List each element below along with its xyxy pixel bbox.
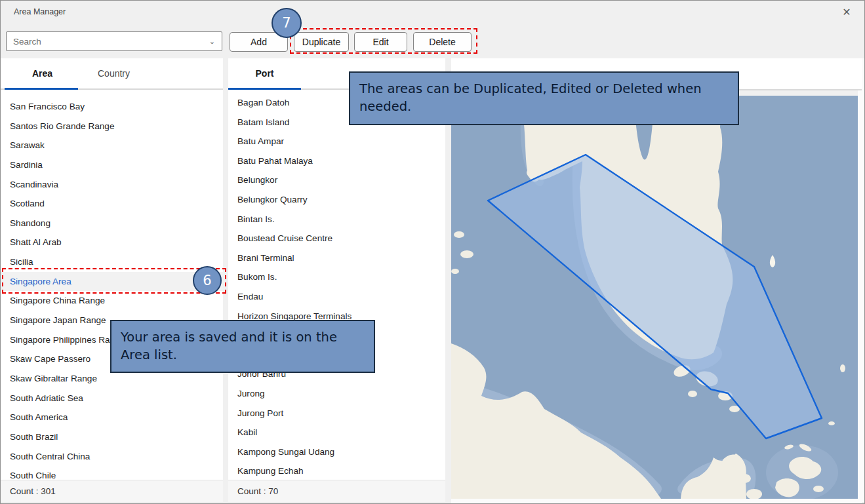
duplicate-button[interactable]: Duplicate (294, 32, 349, 52)
tab-port[interactable]: Port (228, 58, 301, 88)
area-list-item[interactable]: Sardinia (1, 155, 223, 175)
search-input[interactable] (13, 33, 203, 50)
tooltip-actions: The areas can be Duplicated, Edited or D… (349, 71, 739, 125)
port-list-item[interactable]: Belungkor (228, 170, 445, 190)
port-list-item[interactable]: Kabil (228, 423, 445, 442)
step-badge-7: 7 (272, 8, 302, 38)
chevron-down-icon[interactable]: ⌄ (209, 37, 215, 46)
area-list-item[interactable]: Singapore Area (1, 272, 223, 292)
port-list-item[interactable]: Boustead Cruise Centre (228, 229, 445, 248)
tab-country[interactable]: Country (84, 58, 144, 88)
map-svg (451, 96, 858, 499)
port-list-item[interactable]: Jurong (228, 384, 445, 404)
tab-area[interactable]: Area (1, 58, 84, 88)
port-list: Bagan DatohBatam IslandBatu AmparBatu Pa… (228, 90, 445, 480)
area-list-item[interactable]: Scandinavia (1, 175, 223, 195)
area-list-item[interactable]: Shandong (1, 214, 223, 233)
area-list-item[interactable]: Sicilia (1, 252, 223, 272)
port-list-item[interactable]: Brani Terminal (228, 248, 445, 268)
area-list-item[interactable]: Singapore China Range (1, 291, 223, 311)
search-combobox[interactable]: ⌄ (6, 31, 222, 51)
port-list-item[interactable]: Bintan Is. (228, 210, 445, 229)
window-title: Area Manager (14, 7, 66, 16)
area-list-item[interactable]: Scotland (1, 194, 223, 214)
port-list-item[interactable]: Jurong Port (228, 404, 445, 423)
area-list: San Francisco BaySantos Rio Grande Range… (1, 90, 223, 480)
area-list-item[interactable]: South Adriatic Sea (1, 389, 223, 408)
area-panel: Area Country San Francisco BaySantos Rio… (1, 58, 223, 502)
area-list-item[interactable]: South Central China (1, 447, 223, 467)
tooltip-saved: Your area is saved and it is on the Area… (110, 320, 375, 373)
close-icon[interactable]: ✕ (838, 5, 855, 20)
port-count: Count : 70 (228, 480, 445, 502)
port-list-item[interactable]: Batu Pahat Malaya (228, 151, 445, 171)
right-margin-strip (858, 58, 864, 502)
edit-button[interactable]: Edit (354, 32, 407, 52)
area-list-item[interactable]: South Chile (1, 466, 223, 480)
area-list-item[interactable]: Sarawak (1, 136, 223, 155)
port-list-item[interactable]: Belungkor Quarry (228, 190, 445, 210)
area-manager-window: Area Manager ✕ ⌄ Add Duplicate Edit Dele… (0, 0, 865, 504)
area-list-item[interactable]: South Brazil (1, 427, 223, 447)
area-list-item[interactable]: Santos Rio Grande Range (1, 117, 223, 136)
port-list-item[interactable]: Endau (228, 287, 445, 307)
delete-button[interactable]: Delete (413, 32, 472, 52)
port-list-item[interactable]: Batu Ampar (228, 132, 445, 151)
area-list-item[interactable]: South America (1, 408, 223, 427)
area-list-item[interactable]: Shatt Al Arab (1, 233, 223, 252)
area-panel-tabs: Area Country (1, 58, 223, 90)
map-canvas[interactable] (451, 96, 858, 499)
port-list-item[interactable]: Kampung Echah (228, 461, 445, 480)
port-list-item[interactable]: Bukom Is. (228, 267, 445, 287)
bottom-margin-strip (451, 499, 862, 503)
area-list-item[interactable]: San Francisco Bay (1, 97, 223, 117)
title-bar: Area Manager ✕ (1, 1, 864, 24)
area-count: Count : 301 (1, 480, 223, 502)
port-list-item[interactable]: Kampong Sungai Udang (228, 442, 445, 462)
step-badge-6: 6 (193, 266, 222, 295)
